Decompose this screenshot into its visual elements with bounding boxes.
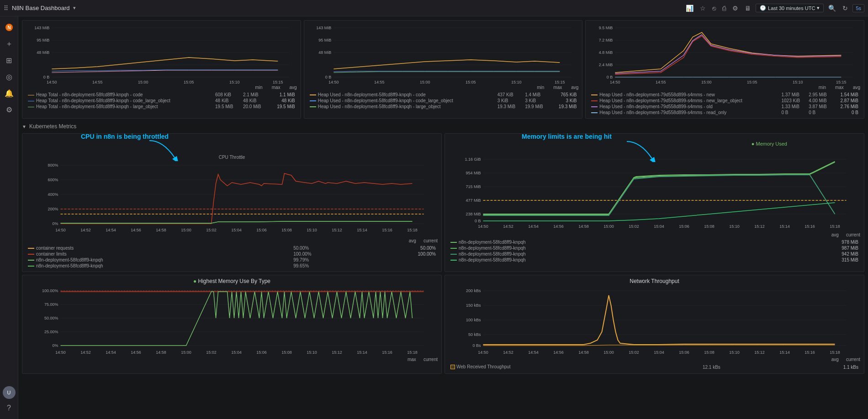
legend-row: Heap Total - n8n-deployment-58fcd8ff9-kn…	[26, 104, 297, 110]
time-range-label: Last 30 minutes UTC	[768, 5, 815, 11]
svg-text:14:54: 14:54	[528, 350, 539, 355]
monitor-icon[interactable]: 🖥	[743, 4, 753, 13]
legend-row: Heap Used - n8n-deployment-58fcd8ff9-knp…	[308, 92, 579, 98]
svg-text:15:14: 15:14	[357, 350, 367, 355]
svg-text:400%: 400%	[48, 192, 58, 197]
svg-text:9.5 MiB: 9.5 MiB	[599, 26, 613, 30]
svg-text:14:55: 14:55	[92, 80, 103, 84]
svg-text:15:08: 15:08	[281, 228, 292, 232]
legend-row: Heap Total - n8n-deployment-58fcd8ff9-kn…	[26, 92, 297, 98]
grid-dots-icon[interactable]: ⠿	[4, 5, 8, 12]
legend-row: n8n-deployment-58fcd8ff9-knpqh 987 MiB	[449, 245, 860, 251]
cpu-chart-label: CPU Throttle	[26, 155, 438, 160]
svg-text:954 MiB: 954 MiB	[466, 171, 481, 175]
memory-chart-svg: 1.16 GiB 954 MiB 715 MiB 477 MiB 238 MiB…	[449, 155, 860, 232]
chart-highest-memory: 100.00% 75.00% 50.00% 25.00% 0% 14:50 14…	[26, 286, 438, 357]
svg-text:15:10: 15:10	[307, 228, 317, 232]
svg-text:95 MiB: 95 MiB	[318, 38, 331, 42]
svg-text:14:54: 14:54	[528, 224, 539, 229]
memory-annotation-text: Memory limits is are being hit	[522, 133, 612, 140]
svg-text:143 MiB: 143 MiB	[316, 26, 331, 30]
svg-text:14:50: 14:50	[55, 228, 66, 232]
legend-row: n8n-deployment-58fcd8ff9-knpqh 99.65%	[26, 263, 438, 269]
sidebar-item-explore[interactable]: ◎	[2, 69, 16, 84]
time-range-picker[interactable]: 🕐 Last 30 minutes UTC ▾	[756, 4, 824, 12]
legend-memory: n8n-deployment-58fcd8ff9-knpqh 978 MiB n…	[449, 239, 860, 263]
svg-text:15:08: 15:08	[704, 350, 715, 355]
dropdown-arrow-icon[interactable]: ▾	[73, 5, 76, 11]
svg-text:50.00%: 50.00%	[44, 316, 58, 320]
svg-text:15:08: 15:08	[281, 350, 292, 355]
svg-text:75.00%: 75.00%	[44, 302, 58, 307]
sidebar-item-alerts[interactable]: 🔔	[2, 86, 16, 100]
memory-avg-current-header: avg current	[449, 232, 860, 237]
svg-text:15:16: 15:16	[382, 228, 392, 232]
svg-text:15:18: 15:18	[407, 228, 418, 232]
svg-text:15:06: 15:06	[256, 350, 267, 355]
legend-cpu: container requests 50.00% 50.00% contain…	[26, 245, 438, 269]
sidebar-bottom: U ?	[2, 386, 16, 415]
share-icon[interactable]: ⎋	[710, 4, 718, 13]
highest-memory-avg-current: max current	[26, 357, 438, 362]
legend-row: container limits 100.00% 100.00%	[26, 251, 438, 257]
topbar-left: ⠿ N8N Base Dashboard ▾	[4, 5, 680, 12]
svg-text:15:02: 15:02	[206, 350, 217, 355]
svg-text:50 kBs: 50 kBs	[468, 332, 481, 337]
svg-text:14:52: 14:52	[80, 228, 91, 232]
panel-cpu: CPU in n8n is being throttled CPU Thrott…	[22, 133, 442, 272]
svg-text:0 B: 0 B	[607, 75, 613, 79]
bar-chart-icon[interactable]: 📊	[684, 4, 695, 13]
svg-text:15:15: 15:15	[555, 80, 565, 84]
svg-text:0 B: 0 B	[325, 75, 331, 79]
star-icon[interactable]: ☆	[698, 4, 708, 13]
legend-row: Heap Used - n8n-deployment-58fcd8ff9-knp…	[308, 104, 579, 110]
svg-text:15:00: 15:00	[181, 228, 191, 232]
svg-text:15:14: 15:14	[779, 224, 790, 229]
refresh-badge[interactable]: 5s	[852, 4, 864, 12]
svg-text:14:54: 14:54	[106, 350, 116, 355]
svg-text:15:04: 15:04	[231, 350, 242, 355]
svg-text:15:00: 15:00	[603, 224, 614, 229]
svg-text:200%: 200%	[48, 207, 58, 211]
svg-text:15:06: 15:06	[679, 224, 689, 229]
search-icon[interactable]: 🔍	[826, 4, 838, 13]
legend-row: Heap Used - n8n-deployment-79d558d899-s4…	[589, 104, 860, 110]
svg-text:15:00: 15:00	[603, 350, 614, 355]
legend-network: Web Received Throughput 12.1 kBs 1.1 kBs	[449, 364, 860, 371]
copy-icon[interactable]: ⎙	[720, 4, 728, 13]
svg-text:100 kBs: 100 kBs	[466, 318, 481, 322]
avatar[interactable]: U	[3, 386, 16, 399]
svg-text:14:50: 14:50	[478, 224, 488, 229]
legend-heap-right: Heap Used - n8n-deployment-79d558d899-s4…	[589, 92, 860, 115]
cpu-annotation-text: CPU in n8n is being throttled	[81, 133, 169, 140]
svg-text:48 MiB: 48 MiB	[318, 50, 331, 55]
section-chevron[interactable]: ▼	[22, 124, 26, 129]
panel-network: Network Throughput 200 kBs 150 kBs 100 k…	[445, 275, 864, 374]
svg-text:95 MiB: 95 MiB	[37, 38, 49, 42]
sidebar-item-dashboards[interactable]: ⊞	[2, 53, 16, 68]
svg-text:N: N	[7, 25, 11, 30]
svg-text:238 MiB: 238 MiB	[466, 212, 481, 216]
svg-text:14:56: 14:56	[553, 224, 564, 229]
sync-icon[interactable]: ↻	[841, 4, 850, 13]
sidebar-item-help[interactable]: ?	[2, 401, 16, 415]
legend-row: Web Received Throughput 12.1 kBs 1.1 kBs	[449, 364, 860, 371]
network-title: Network Throughput	[449, 278, 860, 284]
svg-text:14:50: 14:50	[47, 80, 57, 84]
settings-icon[interactable]: ⚙	[730, 4, 740, 13]
legend-row: Heap Used - n8n-deployment-58fcd8ff9-knp…	[308, 98, 579, 104]
svg-text:15:04: 15:04	[654, 224, 664, 229]
chart-heap-used-svg: 143 MiB 95 MiB 48 MiB 0 B 14:50 14:55 15…	[308, 23, 579, 85]
sidebar-item-add[interactable]: ＋	[2, 37, 16, 51]
sidebar-item-config[interactable]: ⚙	[2, 102, 16, 117]
svg-text:14:56: 14:56	[553, 350, 564, 355]
svg-text:14:56: 14:56	[131, 228, 141, 232]
svg-text:143 MiB: 143 MiB	[34, 26, 49, 30]
stats-row-heap-right: min max avg	[589, 85, 860, 90]
svg-text:14:52: 14:52	[503, 350, 513, 355]
svg-text:15:16: 15:16	[804, 224, 815, 229]
stats-row-heap-used: min max avg	[308, 85, 579, 90]
section-title: Kubernetes Metrics	[29, 123, 76, 130]
sidebar-item-logo[interactable]: N	[2, 20, 16, 35]
svg-text:14:50: 14:50	[610, 80, 620, 84]
